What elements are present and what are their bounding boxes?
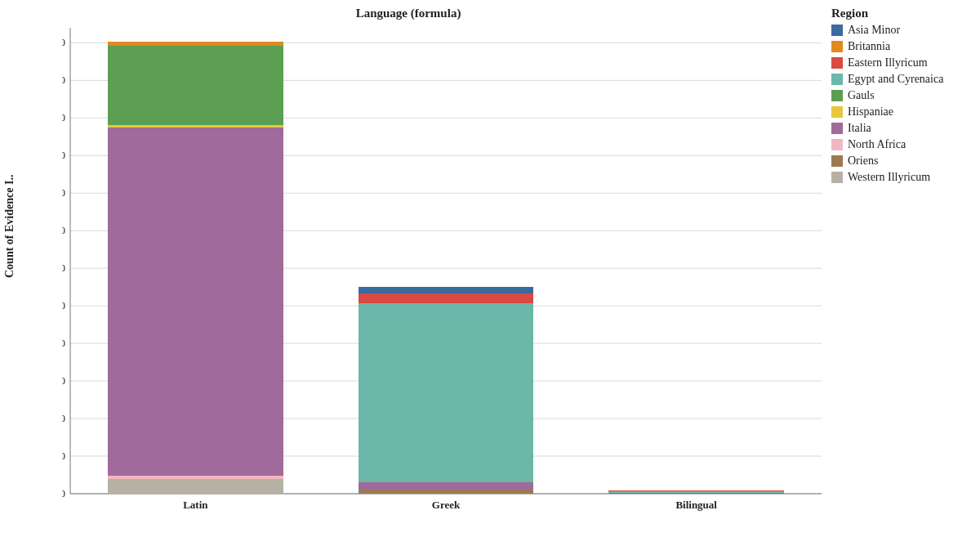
y-axis-label: Count of Evidence I.. (3, 175, 16, 278)
legend-item: Britannia (831, 38, 970, 55)
legend-label: Asia Minor (848, 22, 900, 38)
y-tick-label: 350 (62, 224, 65, 236)
y-tick-label: 250 (62, 299, 65, 311)
y-tick-label: 400 (62, 186, 65, 199)
legend-swatch (831, 74, 843, 85)
legend-item: Hispaniae (831, 104, 970, 120)
legend-label: Oriens (848, 153, 878, 169)
y-tick-label: 50 (62, 450, 65, 462)
y-tick-label: 600 (62, 36, 65, 48)
legend-item: Gauls (831, 87, 970, 104)
y-tick-label: 200 (62, 337, 65, 349)
bar-segment (108, 479, 283, 494)
plot-area: 050100150200250300350400450500550600Lati… (62, 20, 830, 518)
legend-swatch (831, 41, 843, 52)
legend-swatch (831, 123, 843, 134)
chart-container: Language (formula) Count of Evidence I..… (0, 0, 980, 555)
chart-title: Language (formula) (0, 7, 817, 20)
legend-item: Asia Minor (831, 22, 970, 38)
y-tick-label: 100 (62, 412, 65, 424)
bar-segment (108, 46, 283, 125)
legend-swatch (831, 106, 843, 118)
legend-title: Region (831, 7, 970, 20)
legend-swatch (831, 172, 843, 183)
legend-swatch (831, 57, 843, 69)
bar-segment (608, 493, 784, 494)
bar-segment (359, 482, 534, 490)
legend: Region Asia MinorBritanniaEastern Illyri… (831, 7, 970, 186)
legend-swatch (831, 155, 843, 167)
legend-item: North Africa (831, 137, 970, 153)
bar-segment (108, 128, 283, 476)
legend-swatch (831, 139, 843, 150)
bar-segment (359, 303, 534, 482)
bar-segment (108, 42, 283, 46)
legend-label: Eastern Illyricum (848, 55, 928, 71)
legend-swatch (831, 25, 843, 36)
legend-swatch (831, 90, 843, 101)
bar-segment (608, 490, 784, 491)
x-tick-label: Greek (432, 499, 461, 511)
legend-item: Italia (831, 120, 970, 137)
legend-item: Oriens (831, 153, 970, 169)
bar-segment (359, 287, 534, 293)
legend-label: North Africa (848, 137, 906, 153)
legend-label: Italia (848, 120, 871, 137)
y-tick-label: 450 (62, 149, 65, 161)
legend-label: Britannia (848, 38, 890, 55)
legend-label: Gauls (848, 87, 875, 104)
y-tick-label: 150 (62, 374, 65, 387)
y-tick-label: 550 (62, 74, 65, 86)
legend-label: Hispaniae (848, 104, 893, 120)
bar-segment (359, 293, 534, 304)
y-tick-label: 300 (62, 262, 65, 274)
legend-item: Egypt and Cyrenaica (831, 71, 970, 87)
legend-item: Eastern Illyricum (831, 55, 970, 71)
legend-label: Western Illyricum (848, 169, 930, 186)
bar-segment (608, 491, 784, 493)
y-tick-label: 500 (62, 111, 65, 123)
legend-label: Egypt and Cyrenaica (848, 71, 943, 87)
bar-segment (359, 490, 534, 494)
bar-segment (108, 476, 283, 479)
x-tick-label: Bilingual (675, 499, 717, 511)
x-tick-label: Latin (183, 499, 208, 511)
bar-segment (108, 125, 283, 128)
y-tick-label: 0 (62, 487, 65, 499)
legend-item: Western Illyricum (831, 169, 970, 186)
